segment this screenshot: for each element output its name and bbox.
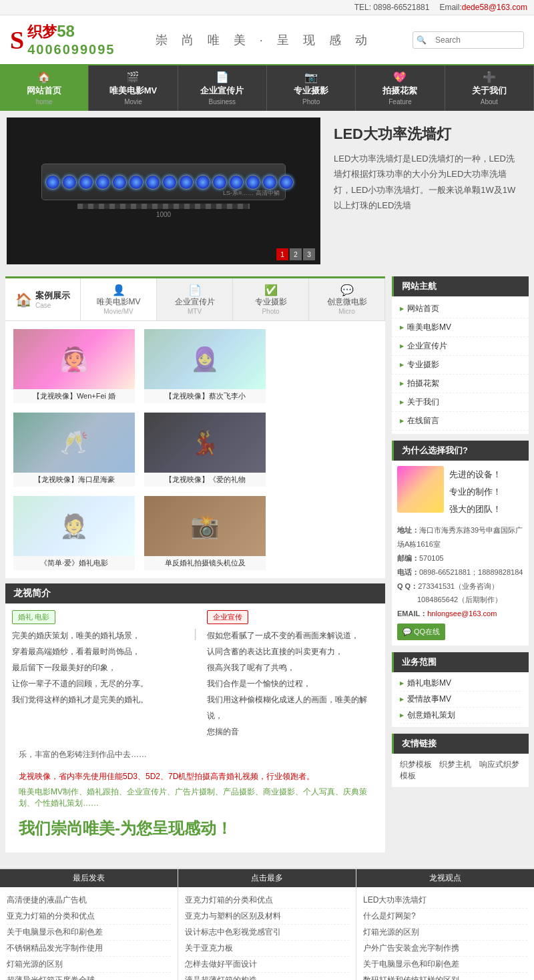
search-input[interactable] — [430, 32, 523, 48]
nav-item-feature[interactable]: 💖 拍摄花絮 Feature — [356, 65, 445, 111]
gallery-img-1: 👰 — [13, 329, 135, 389]
gallery-item-6[interactable]: 📸 单反婚礼拍摄镜头机位及 — [144, 496, 266, 570]
footer-col2-link-5[interactable]: 怎样去做好平面设计 — [185, 957, 349, 973]
logo-area: S 织梦 58 4006099095 — [10, 22, 115, 57]
links-content: 织梦模板 织梦主机 响应式织梦模板 — [392, 754, 529, 787]
sidebar-nav-about[interactable]: 关于我们 — [392, 393, 529, 412]
led-lens-12 — [229, 175, 244, 190]
contact-tel: 电话：0898-66521881；18889828184 — [397, 565, 523, 579]
sidebar-nav-movie[interactable]: 唯美电影MV — [392, 318, 529, 337]
footer-col2-link-3[interactable]: 设计标志中色彩视觉感官引 — [185, 925, 349, 941]
gallery-caption-1: 【龙视映像】Wen+Fei 婚 — [13, 389, 135, 403]
case-tab-movie[interactable]: 👤 唯美电影MV Movie/MV — [81, 278, 157, 320]
footer-col2-link-1[interactable]: 亚克力灯箱的分类和优点 — [185, 893, 349, 909]
footer-col2-link-2[interactable]: 亚克力与塑料的区别及材料 — [185, 909, 349, 925]
footer-col2-link-6[interactable]: 液晶超薄灯箱的构造 — [185, 973, 349, 980]
intro-text-2: 龙视映像，省内率先使用佳能5D3、5D2、7D机型拍摄高青婚礼视频，行业领跑者。 — [12, 769, 378, 784]
footer-col3-header: 龙视观点 — [356, 869, 534, 887]
case-tab-photo[interactable]: ✅ 专业摄影 Photo — [233, 278, 309, 320]
footer-col3-link-4[interactable]: 户外广告安装盒光字制作携 — [363, 941, 527, 957]
sidebar-nav-list: 网站首页 唯美电影MV 企业宣传片 专业摄影 拍摄花絮 关于我们 在线留言 — [392, 296, 529, 434]
footer-col1-link-4[interactable]: 不锈钢精品发光字制作使用 — [7, 941, 171, 957]
gallery-item-5[interactable]: 🤵 《简单·爱》婚礼电影 — [13, 496, 135, 570]
tag-corp: 企业宣传 — [207, 610, 248, 624]
search-box[interactable]: 🔍 — [413, 31, 524, 49]
sidebar: 网站主航 网站首页 唯美电影MV 企业宣传片 专业摄影 拍摄花絮 关于我们 在线… — [392, 276, 529, 859]
nav-item-business[interactable]: 📄 企业宣传片 Business — [178, 65, 267, 111]
nav-item-about[interactable]: ➕ 关于我们 About — [445, 65, 534, 111]
gallery-item-4[interactable]: 💃 【龙视映像】《爱的礼物 — [144, 413, 266, 487]
footer-col1-link-6[interactable]: 超薄导光灯箱正席卷全球 — [7, 973, 171, 980]
logo-title-row: 织梦 58 — [27, 22, 115, 42]
footer-col2-link-4[interactable]: 关于亚克力板 — [185, 941, 349, 957]
gallery-person-6: 📸 — [190, 513, 220, 540]
gallery-img-5: 🤵 — [13, 496, 135, 556]
contact-zip: 邮编：570105 — [397, 551, 523, 565]
case-micro-en: Micro — [338, 308, 354, 315]
sidebar-nav-photo[interactable]: 专业摄影 — [392, 356, 529, 375]
business-item-2[interactable]: 爱情故事MV — [400, 692, 521, 708]
sidebar-links-section: 友情链接 织梦模板 织梦主机 响应式织梦模板 — [392, 734, 529, 787]
nav-item-movie[interactable]: 🎬 唯美电影MV Movie — [89, 65, 178, 111]
about-header: 龙视简介 — [5, 583, 385, 603]
tag-wedding: 婚礼 电影 — [12, 610, 55, 624]
address-label: 地址： — [397, 526, 419, 534]
led-lens-5 — [112, 175, 127, 190]
footer-col1-link-1[interactable]: 高清便捷的液晶广告机 — [7, 893, 171, 909]
qq1-value: 273341531（业务咨询） — [418, 582, 499, 590]
gallery-item-1[interactable]: 👰 【龙视映像】Wen+Fei 婚 — [13, 329, 135, 403]
contact-email-link[interactable]: hnlongsee@163.com — [427, 609, 497, 618]
footer-col3-link-1[interactable]: LED大功率洗墙灯 — [363, 893, 527, 909]
business-icon: 📄 — [216, 71, 229, 83]
page-dot-3[interactable]: 3 — [303, 248, 315, 260]
gallery-caption-6: 单反婚礼拍摄镜头机位及 — [144, 556, 266, 570]
gallery-item-3[interactable]: 🥂 【龙视映像】海口星海豪 — [13, 413, 135, 487]
gallery-img-3: 🥂 — [13, 413, 135, 473]
zip-value: 570105 — [419, 554, 444, 562]
footer-col1-link-2[interactable]: 亚克力灯箱的分类和优点 — [7, 909, 171, 925]
big-slogan: 我们崇尚唯美-为您呈现感动！ — [12, 811, 378, 846]
led-lens-8 — [162, 175, 177, 190]
friendly-link-1[interactable]: 织梦模板 — [400, 760, 432, 769]
led-lens-11 — [212, 175, 227, 190]
nav-cn-movie: 唯美电影MV — [109, 85, 158, 97]
footer-col1-link-3[interactable]: 关于电脑显示色和印刷色差 — [7, 925, 171, 941]
case-section: 🏠 案例展示 Case 👤 唯美电影MV Movie/MV 📄 企业宣传片 — [5, 276, 385, 578]
sidebar-nav-business[interactable]: 企业宣传片 — [392, 337, 529, 356]
sidebar-nav-feature[interactable]: 拍摄花絮 — [392, 375, 529, 393]
email-link[interactable]: dede58@163.com — [462, 3, 527, 12]
nav-item-home[interactable]: 🏠 网站首页 home — [0, 65, 89, 111]
sidebar-nav-home[interactable]: 网站首页 — [392, 300, 529, 318]
gallery-caption-4: 【龙视映像】《爱的礼物 — [144, 473, 266, 487]
footer-col1-link-5[interactable]: 灯箱光源的区别 — [7, 957, 171, 973]
footer-col3-link-3[interactable]: 灯箱光源的区别 — [363, 925, 527, 941]
why-us-image — [397, 466, 444, 513]
case-tab-business[interactable]: 📄 企业宣传片 MTV — [157, 278, 233, 320]
case-micro-icon: 💬 — [340, 284, 354, 296]
case-tab-micro[interactable]: 💬 创意微电影 Micro — [309, 278, 385, 320]
gallery-item-2[interactable]: 🧕 【龙视映像】蔡次飞李小 — [144, 329, 266, 403]
slider-text-area: LED大功率洗墙灯 LED大功率洗墙灯是LED洗墙灯的一种，LED洗墙灯根据灯珠… — [327, 117, 527, 264]
business-item-1[interactable]: 婚礼电影MV — [400, 676, 521, 692]
qq-online-label: QQ在线 — [414, 625, 440, 639]
footer-col3-link-2[interactable]: 什么是灯网架? — [363, 909, 527, 925]
footer-col3-link-5[interactable]: 关于电脑显示色和印刷色差 — [363, 957, 527, 973]
nav-item-photo[interactable]: 📷 专业摄影 Photo — [267, 65, 356, 111]
page-dot-1[interactable]: 1 — [276, 248, 288, 260]
movie-icon: 🎬 — [126, 71, 140, 83]
qq-online-btn[interactable]: 💬 QQ在线 — [397, 624, 445, 640]
about-r-line-2: 认同含蓄的表达比直接的叫卖更有力， — [207, 644, 378, 660]
gallery-caption-2: 【龙视映像】蔡次飞李小 — [144, 389, 266, 403]
business-item-3[interactable]: 创意婚礼策划 — [400, 708, 521, 724]
friendly-link-2[interactable]: 织梦主机 — [439, 760, 471, 769]
intro-link-text[interactable]: 龙视映像，省内率先使用佳能5D3、5D2、7D机型拍摄高青婚礼视频，行业领跑者。 — [19, 772, 314, 781]
nav-en-movie: Movie — [124, 98, 142, 105]
case-business-en: MTV — [188, 308, 202, 315]
sidebar-nav-message[interactable]: 在线留言 — [392, 412, 529, 431]
footer-col-recent: 最后发表 高清便捷的液晶广告机 亚克力灯箱的分类和优点 关于电脑显示色和印刷色差… — [0, 869, 178, 980]
page-dot-2[interactable]: 2 — [290, 248, 302, 260]
footer-col3-link-6[interactable]: 数码打样和传统打样的区别 — [363, 973, 527, 980]
top-bar: TEL: 0898-66521881 Email: dede58@163.com — [0, 0, 534, 15]
gallery-person-1: 👰 — [59, 346, 89, 373]
led-lens-13 — [246, 175, 260, 190]
